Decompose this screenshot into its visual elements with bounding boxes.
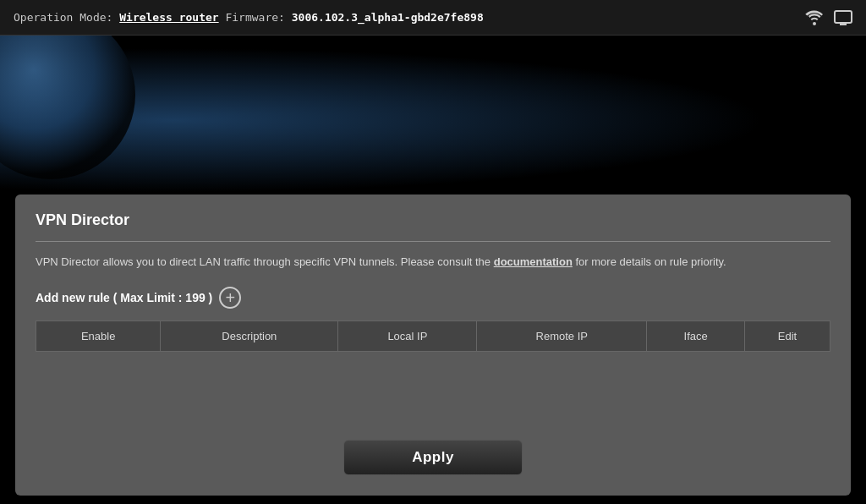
col-edit: Edit xyxy=(745,320,830,351)
firmware-label: Firmware: xyxy=(225,11,291,24)
bg-orb xyxy=(0,36,135,179)
add-rule-button[interactable]: + xyxy=(219,287,241,309)
description-text-1: VPN Director allows you to direct LAN tr… xyxy=(36,255,494,268)
operation-mode-label: Operation Mode: xyxy=(14,11,112,24)
panel-description: VPN Director allows you to direct LAN tr… xyxy=(36,254,830,271)
monitor-icon xyxy=(834,10,852,25)
wifi-icon xyxy=(805,10,824,25)
table-body xyxy=(36,351,830,420)
col-iface: Iface xyxy=(647,320,745,351)
documentation-link[interactable]: documentation xyxy=(494,255,573,268)
background-area xyxy=(0,36,866,205)
vpn-table: Enable Description Local IP Remote IP If… xyxy=(36,320,830,421)
top-bar: Operation Mode: Wireless router Firmware… xyxy=(0,0,866,36)
operation-mode-value: Wireless router xyxy=(119,11,218,24)
divider xyxy=(36,241,830,242)
col-description: Description xyxy=(161,320,338,351)
col-remote-ip: Remote IP xyxy=(477,320,647,351)
col-local-ip: Local IP xyxy=(338,320,477,351)
apply-row: Apply xyxy=(36,435,830,479)
main-panel: VPN Director VPN Director allows you to … xyxy=(15,194,851,496)
svg-rect-0 xyxy=(835,11,852,23)
header-info: Operation Mode: Wireless router Firmware… xyxy=(14,11,484,24)
panel-title: VPN Director xyxy=(36,211,830,229)
firmware-value: 3006.102.3_alpha1-gbd2e7fe898 xyxy=(292,11,484,24)
col-enable: Enable xyxy=(36,320,161,351)
add-rule-label: Add new rule ( Max Limit : 199 ) xyxy=(36,291,212,304)
description-text-2: for more details on rule priority. xyxy=(573,255,726,268)
add-rule-row: Add new rule ( Max Limit : 199 ) + xyxy=(36,287,830,309)
header-icons xyxy=(805,10,852,25)
table-header-row: Enable Description Local IP Remote IP If… xyxy=(36,320,830,351)
apply-button[interactable]: Apply xyxy=(343,440,523,475)
